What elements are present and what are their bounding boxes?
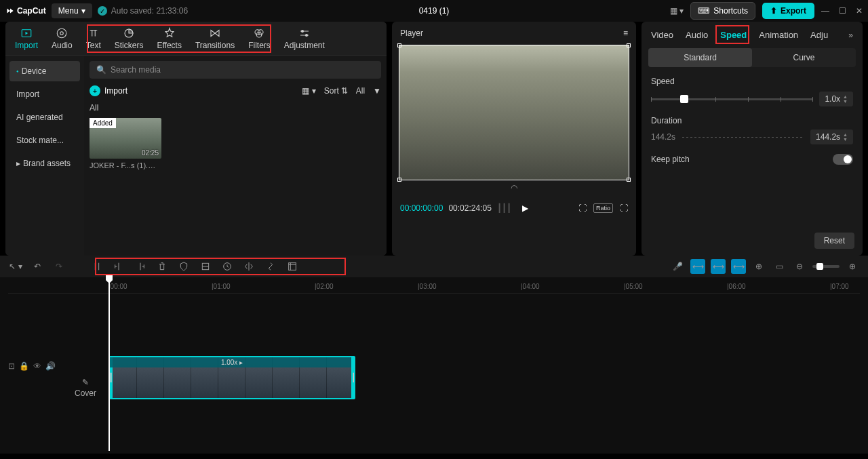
view-grid-button[interactable]: ▦ ▾: [302, 86, 315, 96]
clip-handle-right[interactable]: ┃: [351, 357, 355, 398]
chevron-right-icon[interactable]: »: [848, 31, 853, 40]
time-total: 00:02:24:05: [448, 203, 491, 213]
menu-button[interactable]: Menu ▾: [52, 3, 92, 18]
shortcuts-button[interactable]: ⌨ Shortcuts: [690, 2, 755, 20]
focus-icon[interactable]: ⛶: [578, 203, 587, 213]
tab-transitions[interactable]: Transitions: [189, 23, 241, 54]
tab-effects[interactable]: Effects: [150, 23, 188, 54]
shield-tool[interactable]: [176, 259, 191, 274]
titlebar: CapCut Menu ▾ ✓ Auto saved: 21:33:06 041…: [0, 0, 868, 22]
media-sidebar: ●Device Import AI generated Stock mate..…: [5, 56, 84, 256]
reverse-tool[interactable]: [220, 259, 235, 274]
import-button[interactable]: + Import: [90, 85, 127, 96]
sound-icon[interactable]: 🔊: [45, 361, 56, 371]
playhead[interactable]: [108, 279, 110, 451]
play-button[interactable]: ▶: [522, 203, 528, 213]
align-icon[interactable]: ⊕: [751, 259, 766, 274]
split-right-tool[interactable]: [133, 259, 148, 274]
svg-point-8: [301, 30, 303, 32]
added-badge: Added: [90, 118, 116, 128]
duration-label: Duration: [651, 116, 853, 125]
subtab-standard[interactable]: Standard: [648, 48, 752, 67]
tab-text[interactable]: Text: [79, 23, 108, 54]
keep-pitch-label: Keep pitch: [651, 155, 690, 164]
project-title: 0419 (1): [419, 6, 450, 16]
insp-tab-video[interactable]: Video: [651, 30, 673, 40]
keep-pitch-toggle[interactable]: [833, 154, 853, 165]
pointer-tool[interactable]: ↖ ▾: [8, 259, 23, 274]
track-area[interactable]: ┃ 1.00x ▸ ┃: [96, 294, 860, 454]
timeline-ruler[interactable]: |00:00 |01:00 |02:00 |03:00 |04:00 |05:0…: [8, 277, 860, 294]
sidebar-item-ai-generated[interactable]: AI generated: [9, 107, 80, 127]
ratio-button[interactable]: Ratio: [593, 203, 613, 213]
sidebar-item-stock[interactable]: Stock mate...: [9, 130, 80, 151]
magnet-icon[interactable]: ⊡: [8, 361, 15, 371]
delete-tool[interactable]: [155, 259, 170, 274]
close-button[interactable]: ✕: [856, 6, 863, 16]
svg-marker-1: [26, 31, 28, 35]
insp-tab-audio[interactable]: Audio: [686, 30, 708, 40]
keyboard-icon: ⌨: [698, 6, 709, 16]
check-icon: ✓: [98, 6, 107, 16]
thumb-duration: 02:25: [142, 149, 159, 157]
tab-filters[interactable]: Filters: [241, 23, 277, 54]
mic-icon[interactable]: 🎤: [670, 259, 685, 274]
insp-tab-speed[interactable]: Speed: [720, 30, 747, 40]
lock-icon[interactable]: 🔒: [19, 361, 29, 371]
crop-tool[interactable]: [198, 259, 213, 274]
tab-import[interactable]: Import: [8, 23, 45, 54]
insp-tab-adjust[interactable]: Adju: [810, 30, 828, 40]
preview-icon[interactable]: ▭: [772, 259, 787, 274]
sidebar-item-import[interactable]: Import: [9, 84, 80, 104]
freeze-tool[interactable]: [285, 259, 300, 274]
undo-button[interactable]: ↶: [30, 259, 45, 274]
player-viewport[interactable]: [399, 45, 629, 180]
duration-value[interactable]: 144.2s ▲▼: [810, 129, 853, 144]
search-input[interactable]: 🔍 Search media: [90, 61, 381, 79]
media-panel: Import Audio Text Stickers Effects Trans…: [5, 22, 387, 256]
sidebar-item-device[interactable]: ●Device: [9, 61, 80, 81]
subtab-curve[interactable]: Curve: [752, 48, 856, 67]
tab-adjustment[interactable]: Adjustment: [277, 23, 332, 54]
mirror-tool[interactable]: [241, 259, 256, 274]
filter-all-button[interactable]: All: [356, 86, 365, 96]
maximize-button[interactable]: ☐: [839, 6, 846, 16]
toggle-1[interactable]: ⟷: [690, 259, 705, 274]
insp-tab-animation[interactable]: Animation: [759, 30, 798, 40]
split-tool[interactable]: [90, 259, 104, 274]
rotate-tool[interactable]: [263, 259, 278, 274]
media-tabs: Import Audio Text Stickers Effects Trans…: [5, 22, 387, 56]
redo-button[interactable]: ↷: [52, 259, 66, 274]
zoom-in-icon[interactable]: ⊕: [845, 259, 860, 274]
menu-icon[interactable]: ≡: [623, 28, 628, 38]
reset-button[interactable]: Reset: [814, 233, 854, 249]
search-icon: 🔍: [96, 65, 106, 75]
eye-icon[interactable]: 👁: [33, 361, 41, 371]
video-clip[interactable]: ┃ 1.00x ▸ ┃: [108, 356, 355, 399]
toggle-2[interactable]: ⟷: [711, 259, 726, 274]
lines-icon: ┃┃┃: [497, 203, 511, 213]
svg-point-2: [58, 28, 67, 38]
speed-value[interactable]: 1.0x ▲▼: [819, 92, 853, 106]
section-all-label: All: [90, 103, 381, 113]
player-panel: Player ≡ ◠ 00:00:00:00 00:02:24:05 ┃┃┃ ▶…: [392, 22, 636, 256]
layout-icon[interactable]: ▦ ▾: [670, 6, 684, 16]
sort-button[interactable]: Sort ⇅: [324, 86, 348, 96]
tab-audio[interactable]: Audio: [45, 23, 79, 54]
speed-slider[interactable]: [651, 98, 812, 100]
cover-button[interactable]: ✎ Cover: [75, 378, 96, 398]
svg-point-9: [305, 34, 307, 36]
toggle-3[interactable]: ⟷: [731, 259, 746, 274]
minimize-button[interactable]: —: [821, 6, 829, 16]
export-button[interactable]: ⬆ Export: [762, 3, 814, 19]
filter-icon[interactable]: ▼: [373, 86, 381, 96]
media-thumbnail[interactable]: Added 02:25 JOKER - F...s (1).mp4: [90, 118, 161, 169]
sidebar-item-brand-assets[interactable]: ▸Brand assets: [9, 153, 80, 174]
fullscreen-icon[interactable]: ⛶: [620, 203, 628, 213]
split-left-tool[interactable]: [111, 259, 126, 274]
zoom-out-icon[interactable]: ⊖: [792, 259, 807, 274]
zoom-slider[interactable]: [812, 265, 840, 268]
tab-stickers[interactable]: Stickers: [108, 23, 151, 54]
player-title: Player: [400, 28, 423, 38]
duration-slider[interactable]: [682, 137, 804, 138]
